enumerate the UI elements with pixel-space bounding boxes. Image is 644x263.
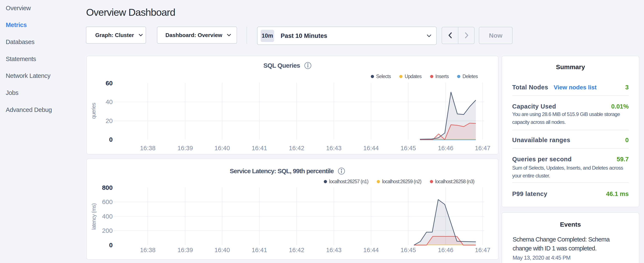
svg-text:0: 0 bbox=[109, 136, 113, 143]
svg-text:16:44: 16:44 bbox=[363, 145, 379, 151]
svg-text:16:44: 16:44 bbox=[363, 247, 379, 253]
svg-text:16:38: 16:38 bbox=[140, 247, 156, 253]
svg-text:16:39: 16:39 bbox=[178, 247, 193, 253]
svg-text:600: 600 bbox=[102, 198, 113, 205]
svg-text:16:47: 16:47 bbox=[475, 247, 490, 253]
svg-text:16:43: 16:43 bbox=[326, 247, 342, 253]
svg-text:16:43: 16:43 bbox=[326, 145, 342, 151]
svg-text:20: 20 bbox=[106, 117, 113, 124]
svg-text:16:45: 16:45 bbox=[400, 247, 416, 253]
svg-text:16:39: 16:39 bbox=[178, 145, 193, 151]
svg-text:16:42: 16:42 bbox=[289, 145, 304, 151]
svg-text:16:41: 16:41 bbox=[252, 247, 267, 253]
svg-text:16:38: 16:38 bbox=[140, 145, 156, 151]
svg-text:16:47: 16:47 bbox=[475, 145, 490, 151]
svg-text:latency (ms): latency (ms) bbox=[91, 203, 97, 230]
svg-text:400: 400 bbox=[102, 213, 113, 220]
svg-text:200: 200 bbox=[102, 227, 113, 234]
svg-text:0: 0 bbox=[109, 241, 113, 248]
svg-text:queries: queries bbox=[90, 103, 96, 119]
svg-text:16:46: 16:46 bbox=[438, 145, 454, 151]
svg-text:16:46: 16:46 bbox=[438, 247, 454, 253]
svg-text:60: 60 bbox=[106, 80, 113, 87]
svg-text:16:45: 16:45 bbox=[400, 145, 416, 151]
svg-text:16:40: 16:40 bbox=[214, 145, 230, 151]
svg-text:16:40: 16:40 bbox=[214, 247, 230, 253]
svg-text:800: 800 bbox=[102, 184, 113, 191]
svg-text:16:41: 16:41 bbox=[252, 145, 267, 151]
svg-text:16:42: 16:42 bbox=[289, 247, 304, 253]
svg-text:40: 40 bbox=[106, 98, 113, 105]
